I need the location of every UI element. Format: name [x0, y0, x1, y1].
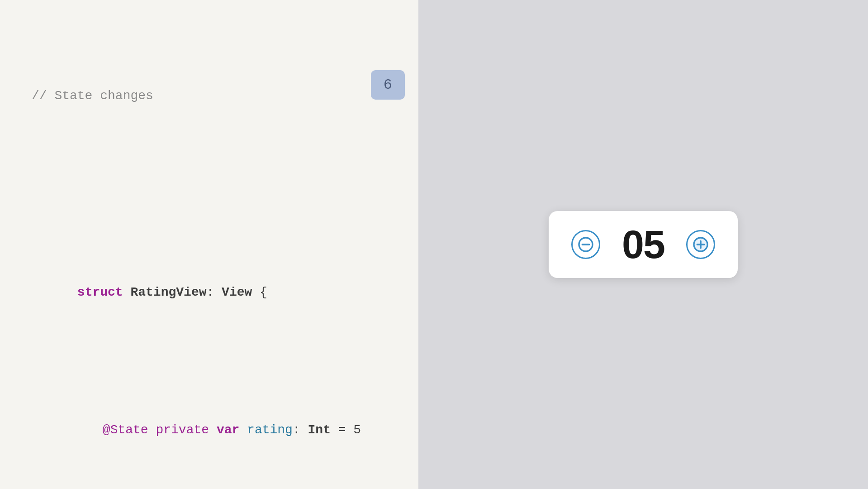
- state-decorator: @State: [103, 423, 156, 437]
- view-type: View: [222, 285, 252, 299]
- widget-card: 05: [549, 211, 738, 278]
- colon: :: [206, 285, 222, 299]
- plus-circle-icon: [693, 236, 709, 253]
- struct-keyword: struct: [77, 285, 131, 299]
- private-modifier: private: [156, 423, 216, 437]
- minus-circle-icon: [578, 236, 594, 253]
- rating-value: 05: [622, 222, 664, 267]
- type-name: RatingView: [130, 285, 206, 299]
- rating-display: 05: [614, 225, 673, 264]
- rating-var: rating: [247, 423, 293, 437]
- line-number: 6: [384, 77, 392, 93]
- code-block: // State changes struct RatingView: View…: [32, 27, 387, 489]
- var-keyword: var: [217, 423, 247, 437]
- preview-panel: 05: [418, 0, 868, 489]
- decrease-button[interactable]: [571, 230, 600, 259]
- struct-line: struct RatingView: View {: [32, 263, 387, 322]
- increase-button[interactable]: [686, 230, 715, 259]
- state-line: @State private var rating: Int = 5: [57, 400, 387, 459]
- line-number-badge: 6: [371, 70, 405, 100]
- comment-line: // State changes: [32, 86, 387, 105]
- code-panel: 6 // State changes struct RatingView: Vi…: [0, 0, 418, 489]
